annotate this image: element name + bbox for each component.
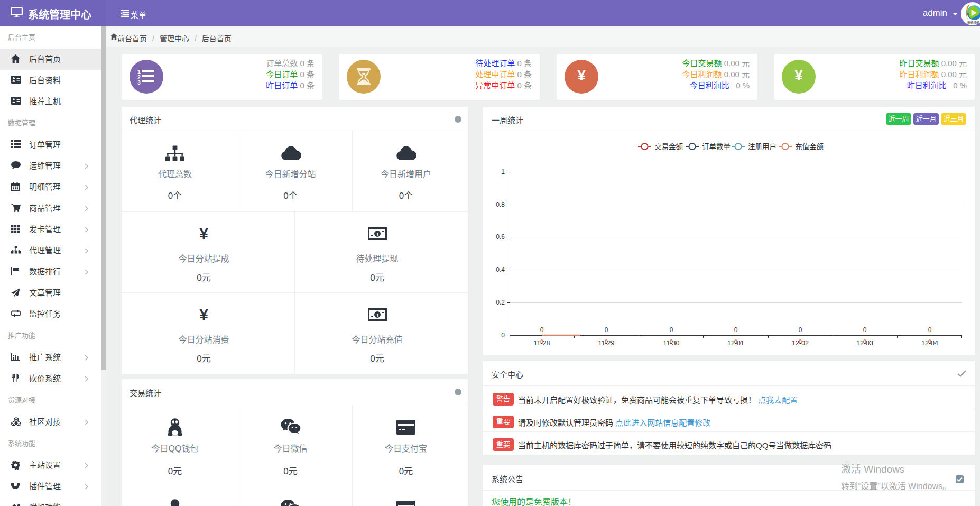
- svg-text:0.8: 0.8: [496, 201, 505, 208]
- svg-text:11-29: 11-29: [598, 339, 614, 347]
- svg-text:1: 1: [501, 168, 505, 176]
- svg-text:0: 0: [670, 326, 673, 334]
- svg-text:注册用户: 注册用户: [748, 142, 776, 151]
- svg-text:0: 0: [863, 326, 867, 334]
- svg-text:0.6: 0.6: [496, 233, 505, 241]
- svg-text:1: 1: [376, 313, 379, 318]
- svg-text:12-04: 12-04: [921, 339, 938, 347]
- svg-text:12-03: 12-03: [856, 339, 873, 347]
- svg-text:3: 3: [137, 79, 141, 85]
- svg-text:11-28: 11-28: [533, 339, 550, 347]
- svg-text:11-30: 11-30: [663, 339, 679, 347]
- svg-text:0: 0: [501, 332, 505, 339]
- svg-text:0.4: 0.4: [496, 266, 505, 273]
- svg-text:0: 0: [540, 326, 544, 334]
- svg-text:0.2: 0.2: [496, 299, 505, 306]
- svg-text:0: 0: [799, 326, 802, 334]
- svg-text:腾讯视频: 腾讯视频: [968, 21, 980, 25]
- svg-text:12-01: 12-01: [727, 339, 744, 347]
- svg-text:订单数量: 订单数量: [702, 143, 731, 151]
- svg-text:充值金额: 充值金额: [795, 143, 824, 151]
- svg-text:0: 0: [928, 326, 932, 334]
- svg-text:0: 0: [605, 326, 608, 334]
- svg-text:0: 0: [734, 326, 738, 334]
- svg-text:交易金额: 交易金额: [654, 142, 683, 151]
- svg-text:12-02: 12-02: [792, 339, 809, 347]
- svg-text:1: 1: [376, 232, 379, 237]
